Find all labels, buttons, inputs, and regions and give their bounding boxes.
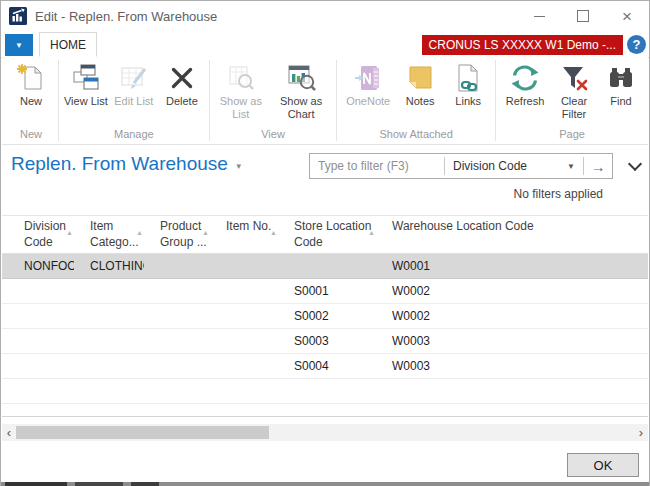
cell-warehouse-location-code[interactable]: W0002 [376, 309, 648, 323]
window-title: Edit - Replen. From Warehouse [35, 9, 517, 24]
window-controls: × [517, 1, 649, 31]
cell-division-code[interactable]: NONFOOD [8, 259, 74, 273]
scroll-right-button[interactable]: › [634, 424, 648, 441]
ribbon: New New View List Edit List [2, 57, 648, 145]
links-icon [451, 61, 485, 95]
filter-input[interactable] [310, 154, 444, 178]
sort-asc-icon: ▲ [202, 228, 209, 237]
show-as-list-button: Show as List [213, 61, 269, 120]
ribbon-group-view: Show as List Show as Chart View [210, 57, 337, 144]
cell-item-category[interactable]: CLOTHING [74, 259, 144, 273]
group-label: New [4, 128, 58, 144]
table-row[interactable]: S0003 W0003 [2, 329, 648, 354]
ribbon-group-manage: View List Edit List Delete Manage [59, 57, 209, 144]
scrollbar-thumb[interactable] [16, 426, 269, 439]
cell-store-location-code[interactable]: S0001 [278, 284, 376, 298]
delete-button[interactable]: Delete [158, 61, 206, 108]
notes-icon [403, 61, 437, 95]
column-header-item-no[interactable]: Item No.▲ [210, 216, 278, 253]
cell-store-location-code[interactable]: S0002 [278, 309, 376, 323]
close-icon: × [622, 8, 632, 25]
minimize-button[interactable] [517, 1, 561, 31]
group-label: Page [496, 128, 648, 144]
find-button[interactable]: Find [597, 61, 645, 108]
page-title-label: Replen. From Warehouse [11, 153, 228, 175]
column-header-item-category[interactable]: Item Catego...▲ [74, 216, 144, 253]
scrollbar-track[interactable] [16, 424, 634, 441]
clear-filter-button[interactable]: Clear Filter [551, 61, 597, 120]
table-row[interactable]: S0001 W0002 [2, 279, 648, 304]
scroll-left-button[interactable]: ‹ [2, 424, 16, 441]
close-button[interactable]: × [605, 1, 649, 31]
cell-warehouse-location-code[interactable]: W0003 [376, 334, 648, 348]
show-as-chart-button[interactable]: Show as Chart [269, 61, 333, 120]
button-label: New [20, 95, 42, 108]
links-button[interactable]: Links [444, 61, 492, 108]
app-window: Edit - Replen. From Warehouse × ▼ HOME C… [0, 0, 650, 486]
group-label: View [210, 128, 337, 144]
notes-button[interactable]: Notes [396, 61, 444, 108]
maximize-button[interactable] [561, 1, 605, 31]
cell-warehouse-location-code[interactable]: W0003 [376, 359, 648, 373]
button-label: Show as List [215, 95, 267, 120]
column-label: Product Group ... [160, 219, 207, 249]
application-menu-button[interactable]: ▼ [5, 34, 33, 56]
table-header: Division Code▲ Item Catego...▲ Product G… [2, 216, 648, 254]
column-header-store-location-code[interactable]: Store Location Code▲ [278, 216, 376, 253]
cell-warehouse-location-code[interactable]: W0002 [376, 284, 648, 298]
question-mark-icon: ? [633, 37, 641, 52]
filter-field-dropdown[interactable]: Division Code ▼ [445, 154, 583, 178]
group-label: Manage [59, 128, 209, 144]
filter-box: Division Code ▼ → [309, 153, 613, 179]
sort-asc-icon: ▲ [368, 228, 375, 237]
button-label: Clear Filter [553, 95, 595, 120]
table-row[interactable]: NONFOOD CLOTHING W0001 [2, 254, 648, 279]
ribbon-tab-row: ▼ HOME CRONUS LS XXXXX W1 Demo -... ? [1, 31, 649, 58]
group-label: Show Attached [337, 128, 495, 144]
empty-row [2, 404, 648, 417]
button-label: Delete [166, 95, 198, 108]
table-row[interactable]: S0002 W0002 [2, 304, 648, 329]
chevron-left-icon: ‹ [7, 425, 11, 440]
table-row[interactable]: S0004 W0003 [2, 354, 648, 379]
chevron-down-icon [628, 157, 642, 171]
new-document-icon [14, 61, 48, 95]
edit-list-button: Edit List [110, 61, 158, 108]
home-tab-label: HOME [50, 38, 86, 52]
view-list-icon [69, 61, 103, 95]
button-label: Show as Chart [271, 95, 331, 120]
caret-down-icon: ▼ [235, 158, 243, 171]
cell-warehouse-location-code[interactable]: W0001 [376, 259, 648, 273]
cell-store-location-code[interactable]: S0004 [278, 359, 376, 373]
column-header-product-group[interactable]: Product Group ...▲ [144, 216, 210, 253]
apply-filter-button[interactable]: → [584, 154, 612, 178]
caret-down-icon: ▼ [567, 162, 575, 171]
column-header-division-code[interactable]: Division Code▲ [8, 216, 74, 253]
button-label: Links [455, 95, 481, 108]
ok-button[interactable]: OK [567, 453, 639, 477]
collapse-filter-pane-button[interactable] [627, 153, 643, 179]
filter-status: No filters applied [1, 187, 603, 202]
refresh-icon [508, 61, 542, 95]
background-fragment [5, 482, 67, 486]
sort-asc-icon: ▲ [66, 228, 73, 237]
tab-home[interactable]: HOME [39, 32, 97, 57]
new-button[interactable]: New [7, 61, 55, 108]
column-header-warehouse-location-code[interactable]: Warehouse Location Code [376, 216, 648, 253]
background-window-sliver [1, 482, 649, 486]
filter-field-value: Division Code [453, 159, 527, 173]
page-title[interactable]: Replen. From Warehouse ▼ [11, 153, 309, 175]
view-list-button[interactable]: View List [62, 61, 110, 108]
column-label: Item No. [226, 219, 271, 233]
page-header: Replen. From Warehouse ▼ Division Code ▼… [11, 153, 643, 183]
find-binoculars-icon [604, 61, 638, 95]
button-label: OneNote [346, 95, 390, 108]
delete-x-icon [165, 61, 199, 95]
chevron-right-icon: › [639, 425, 643, 440]
help-button[interactable]: ? [627, 35, 646, 54]
horizontal-scrollbar[interactable]: ‹ › [2, 424, 648, 441]
onenote-icon [351, 61, 385, 95]
cell-store-location-code[interactable]: S0003 [278, 334, 376, 348]
replenishment-table: Division Code▲ Item Catego...▲ Product G… [2, 215, 648, 417]
refresh-button[interactable]: Refresh [499, 61, 551, 108]
